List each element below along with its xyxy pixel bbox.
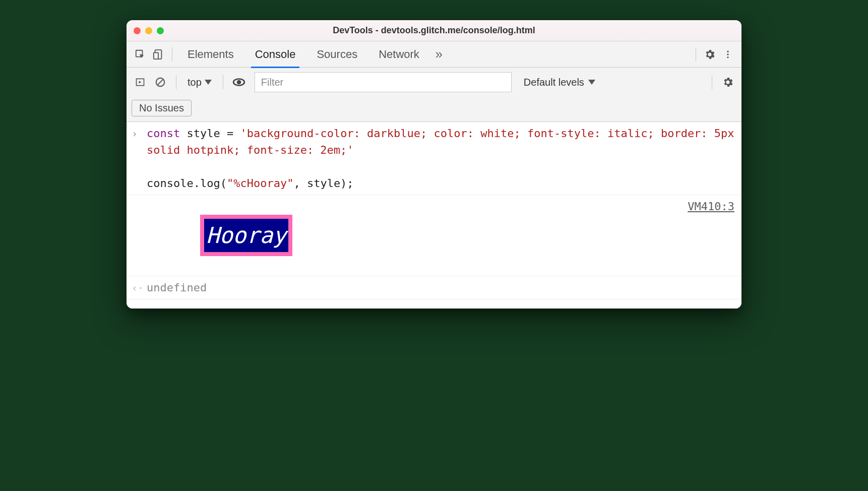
toggle-drawer-icon[interactable] <box>133 75 148 90</box>
chevron-down-icon <box>205 80 212 85</box>
more-tabs-icon[interactable]: » <box>431 47 447 62</box>
svg-point-10 <box>236 80 241 85</box>
console-output-row: Hooray VM410:3 <box>127 195 741 276</box>
log-levels-selector[interactable]: Default levels <box>524 77 595 88</box>
divider <box>172 47 172 62</box>
filter-input[interactable] <box>255 72 512 92</box>
devtools-window: DevTools - devtools.glitch.me/console/lo… <box>127 20 741 309</box>
divider <box>223 75 223 89</box>
titlebar: DevTools - devtools.glitch.me/console/lo… <box>127 20 741 41</box>
input-chevron-icon: › <box>132 125 147 141</box>
styled-log-output: Hooray <box>200 215 292 256</box>
svg-point-3 <box>727 50 728 52</box>
chevron-down-icon <box>588 80 595 85</box>
issues-bar: No Issues <box>127 97 741 122</box>
clear-console-icon[interactable] <box>153 75 168 90</box>
console-input-code[interactable]: const style = 'background-color: darkblu… <box>147 125 734 192</box>
window-title: DevTools - devtools.glitch.me/console/lo… <box>127 25 741 36</box>
divider <box>712 75 712 89</box>
console-return-row: ‹· undefined <box>127 276 741 299</box>
prompt-chevron-icon: › <box>132 302 147 309</box>
svg-rect-2 <box>154 52 158 59</box>
divider <box>696 47 696 62</box>
console-toolbar: top Default levels <box>127 68 741 97</box>
source-link[interactable]: VM410:3 <box>688 198 734 215</box>
tab-console[interactable]: Console <box>246 41 305 68</box>
levels-label: Default levels <box>524 77 584 88</box>
console-prompt-row[interactable]: › <box>127 299 741 309</box>
svg-line-8 <box>158 80 163 85</box>
tab-sources[interactable]: Sources <box>307 41 366 68</box>
context-label: top <box>188 77 202 88</box>
tab-elements[interactable]: Elements <box>178 41 243 68</box>
device-toolbar-icon[interactable] <box>151 47 166 62</box>
kebab-menu-icon[interactable] <box>720 47 735 62</box>
zoom-window-button[interactable] <box>157 27 164 34</box>
issues-chip[interactable]: No Issues <box>132 100 192 116</box>
settings-icon[interactable] <box>702 47 717 62</box>
context-selector[interactable]: top <box>184 77 215 88</box>
return-chevron-icon: ‹· <box>132 279 147 295</box>
console-log-area[interactable]: › const style = 'background-color: darkb… <box>127 122 741 309</box>
divider <box>176 75 176 89</box>
console-input-row: › const style = 'background-color: darkb… <box>127 122 741 195</box>
return-value: undefined <box>147 279 734 296</box>
live-expression-icon[interactable] <box>231 75 246 90</box>
svg-point-5 <box>727 56 728 58</box>
traffic-lights <box>134 27 164 34</box>
console-settings-icon[interactable] <box>720 75 735 90</box>
inspect-element-icon[interactable] <box>133 47 148 62</box>
main-tab-bar: Elements Console Sources Network » <box>127 41 741 68</box>
tab-network[interactable]: Network <box>369 41 428 68</box>
console-output: Hooray <box>147 198 681 273</box>
minimize-window-button[interactable] <box>145 27 152 34</box>
close-window-button[interactable] <box>134 27 141 34</box>
svg-point-4 <box>727 53 728 55</box>
output-gutter <box>132 198 147 199</box>
